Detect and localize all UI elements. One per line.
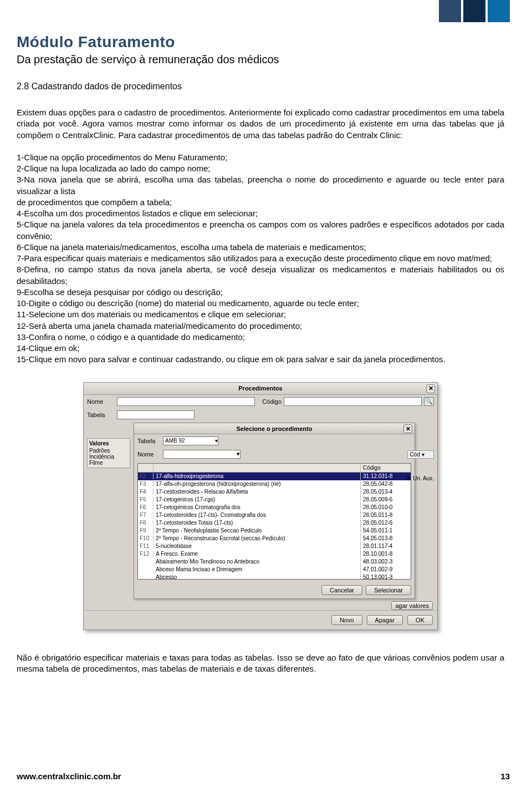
- inner-title: Selecione o procedimento ✕: [134, 423, 415, 434]
- list-item[interactable]: F717-cetosteroides (17-cts)- Cromatograf…: [138, 511, 411, 519]
- intro-paragraph: Existem duas opções para o cadastro de p…: [17, 107, 504, 141]
- inner-close-icon[interactable]: ✕: [403, 424, 412, 433]
- step-line: 6-Clique na janela materiais/medicamento…: [17, 242, 504, 253]
- step-line: 9-Escolha se deseja pesquisar por código…: [17, 287, 504, 298]
- inner-nome-select[interactable]: ▾: [163, 450, 241, 459]
- list-item[interactable]: Abaixamento Mio Tendinoso no Antebraco48…: [138, 558, 411, 566]
- procedimentos-window: Procedimentos ✕ Nome Código 🔍 Tabela Val…: [83, 382, 438, 630]
- aux-label: it. Un. Aux.: [407, 475, 434, 481]
- procedure-list[interactable]: Código F217-alfa-hidroxiprogesterona31.1…: [137, 463, 411, 580]
- nome-field[interactable]: [117, 397, 255, 406]
- label-codigo: Código: [257, 398, 282, 405]
- list-item[interactable]: F115-nucleotidase28.01.117-4: [138, 542, 411, 550]
- cod-dropdown[interactable]: Cód ▾: [407, 450, 434, 459]
- select-button[interactable]: Selecionar: [366, 585, 411, 595]
- inner-title-text: Selecione o procedimento: [237, 425, 313, 432]
- list-item[interactable]: F817-cetosteroides Totais (17-cts)28.05.…: [138, 519, 411, 527]
- col-code-head: Código: [361, 464, 411, 472]
- valores-head: Valores: [89, 440, 128, 446]
- window-titlebar: Procedimentos ✕: [84, 383, 437, 395]
- square-2: [463, 0, 485, 22]
- list-item[interactable]: Abcesso50.13.001-3: [138, 573, 411, 580]
- square-1: [439, 0, 461, 22]
- list-item[interactable]: F12A Fresco. Exame28.10.001-8: [138, 550, 411, 558]
- inner-nome-label: Nome: [137, 451, 161, 458]
- list-item[interactable]: F102º Tempo - Reconstrucao Escrotal (sec…: [138, 535, 411, 542]
- list-item[interactable]: Abceso Mama:Incisao e Drenagem47.01.002-…: [138, 566, 411, 573]
- valores-filme[interactable]: Filme: [89, 460, 128, 466]
- step-line: 14-Clique em ok;: [17, 343, 504, 354]
- step-line: 1-Clique na opção procedimentos do Menu …: [17, 152, 504, 163]
- list-item[interactable]: F317-alfa-oh-progesterona (hidroxiproges…: [138, 480, 411, 488]
- valores-incidencia[interactable]: Incidência: [89, 454, 128, 460]
- list-item[interactable]: F217-alfa-hidroxiprogesterona31.12.031-8: [138, 473, 411, 480]
- codigo-field[interactable]: [284, 397, 422, 406]
- step-line: 8-Defina, no campo status da nova janela…: [17, 264, 504, 287]
- apagar-button[interactable]: Apagar: [367, 615, 403, 625]
- step-line: de procedimentos que compõem a tabela;: [17, 197, 504, 208]
- steps-list: 1-Clique na opção procedimentos do Menu …: [17, 152, 504, 365]
- step-line: 15-Clique em novo para salvar e continua…: [17, 354, 504, 365]
- tabela-field[interactable]: [117, 410, 195, 419]
- page-title: Módulo Faturamento: [17, 33, 504, 51]
- list-item[interactable]: F517-cetogenicos (17-cgs)28.05.009-6: [138, 496, 411, 504]
- step-line: 4-Escolha um dos procedimentos listados …: [17, 208, 504, 219]
- select-procedure-dialog: Selecione o procedimento ✕ Tabela AMB 92…: [134, 423, 415, 599]
- footer-note: Não é obrigatório especificar materiais …: [17, 652, 504, 675]
- step-line: 10-Digite o código ou descrição (nome) d…: [17, 298, 504, 309]
- close-icon[interactable]: ✕: [426, 384, 435, 393]
- agar-valores-button[interactable]: agar valores: [391, 601, 433, 610]
- step-line: 13-Confira o nome, o código e a quantida…: [17, 332, 504, 343]
- inner-tabela-label: Tabela: [137, 438, 161, 444]
- novo-button[interactable]: Novo: [331, 615, 362, 625]
- label-nome: Nome: [87, 398, 115, 405]
- section-heading: 2.8 Cadastrando dados de procedimentos: [17, 82, 504, 92]
- page-footer: www.centralxclinic.com.br 13: [17, 771, 510, 781]
- step-line: 2-Clique na lupa localizada ao lado do c…: [17, 163, 504, 174]
- square-3: [488, 0, 510, 22]
- footer-url: www.centralxclinic.com.br: [17, 771, 121, 781]
- cancel-button[interactable]: Cancelar: [321, 585, 362, 595]
- search-icon[interactable]: 🔍: [424, 397, 434, 406]
- step-line: 5-Clique na janela valores da tela proce…: [17, 219, 504, 242]
- valores-panel: Valores Padrões Incidência Filme: [87, 438, 130, 468]
- page-subtitle: Da prestação de serviço à remuneração do…: [17, 53, 504, 66]
- footer-page: 13: [500, 771, 510, 781]
- header-squares: [439, 0, 510, 22]
- ok-button[interactable]: OK: [407, 615, 433, 625]
- right-column-labels: Cód ▾ it. Un. Aux.: [407, 450, 434, 481]
- step-line: 12-Será aberta uma janela chamada materi…: [17, 321, 504, 332]
- window-title: Procedimentos: [238, 385, 282, 392]
- label-tabela: Tabela: [87, 412, 115, 418]
- valores-padroes[interactable]: Padrões: [89, 448, 128, 454]
- list-item[interactable]: F92º Tempo - Neofaloplastia Seccao Pedic…: [138, 527, 411, 535]
- step-line: 7-Para especificar quais materiais e med…: [17, 253, 504, 264]
- step-line: 3-Na nova janela que se abrirá, escolha …: [17, 174, 504, 197]
- list-item[interactable]: F417-cestosteroides - Relacao Alfa/beta2…: [138, 488, 411, 496]
- inner-tabela-select[interactable]: AMB 92▾: [163, 436, 218, 445]
- list-item[interactable]: F617-cetogenicos Cromatografia dos28.05.…: [138, 504, 411, 511]
- step-line: 11-Selecione um dos materiais ou medicam…: [17, 309, 504, 320]
